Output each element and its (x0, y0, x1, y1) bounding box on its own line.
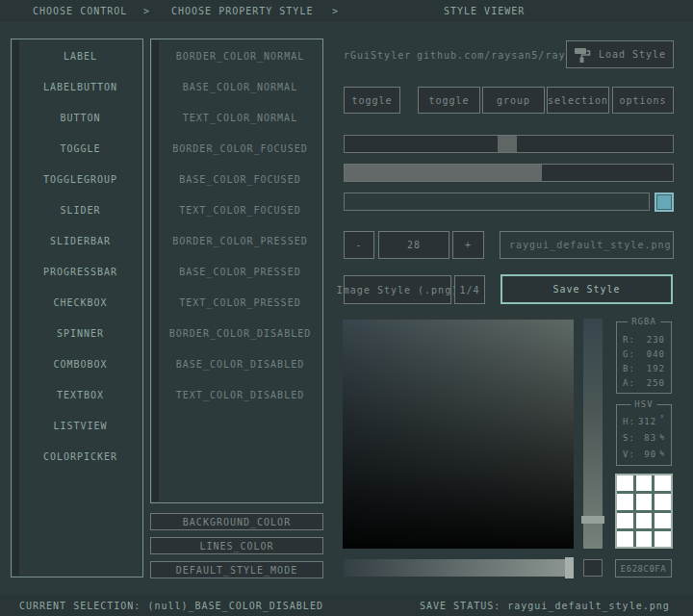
property-item-border-color-normal[interactable]: BORDER_COLOR_NORMAL (159, 40, 321, 71)
hex-value-input[interactable]: E628C0FA (615, 559, 672, 578)
control-item-colorpicker[interactable]: COLORPICKER (19, 441, 141, 472)
default-style-mode-button[interactable]: DEFAULT_STYLE_MODE (150, 561, 323, 578)
palette-cell[interactable] (654, 531, 671, 547)
ratio-label: 1/4 (454, 275, 485, 304)
slider[interactable] (344, 135, 674, 153)
togglegroup-item-group[interactable]: group (482, 87, 545, 114)
control-item-progressbar[interactable]: PROGRESSBAR (19, 256, 141, 287)
property-item-text-color-normal[interactable]: TEXT_COLOR_NORMAL (159, 102, 321, 133)
palette-cell[interactable] (617, 531, 633, 547)
rgba-row-g: G:040 (617, 346, 671, 361)
control-item-label[interactable]: LABEL (19, 40, 141, 71)
property-item-text-color-disabled[interactable]: TEXT_COLOR_DISABLED (159, 379, 321, 410)
app-title: rGuiStyler (344, 50, 411, 61)
hsv-row-h: H:312° (617, 413, 671, 429)
palette-cell[interactable] (654, 475, 671, 491)
top-toolbar: CHOOSE CONTROL > CHOOSE PROPERTY STYLE >… (0, 0, 693, 22)
load-style-button[interactable]: Load Style (566, 40, 674, 68)
filename-input[interactable]: raygui_default_style.png (500, 231, 674, 259)
slider-handle[interactable] (498, 136, 517, 152)
property-item-border-color-focused[interactable]: BORDER_COLOR_FOCUSED (159, 133, 321, 164)
control-item-checkbox[interactable]: CHECKBOX (19, 287, 141, 318)
control-item-combobox[interactable]: COMBOBOX (19, 348, 141, 379)
save-status: SAVE STATUS: raygui_default_style.png (420, 601, 670, 611)
property-item-border-color-pressed[interactable]: BORDER_COLOR_PRESSED (159, 225, 321, 256)
image-style-button[interactable]: Image Style (.png) (344, 275, 451, 304)
chevron-right-icon: > (332, 6, 339, 16)
chevron-right-icon: > (143, 6, 150, 16)
control-item-spinner[interactable]: SPINNER (19, 318, 141, 348)
spinner-value[interactable]: 28 (378, 231, 449, 259)
load-style-label: Load Style (599, 49, 666, 60)
palette-cell[interactable] (636, 475, 653, 491)
controls-listview: LABEL LABELBUTTON BUTTON TOGGLE TOGGLEGR… (11, 38, 143, 578)
alpha-slider-handle[interactable] (565, 557, 574, 578)
hsv-groupbox: HSV H:312° S:83% V:90% (616, 404, 672, 466)
rgba-row-a: A:250 (617, 375, 671, 390)
repo-link[interactable]: github.com/raysan5/raygui (417, 50, 586, 61)
property-item-base-color-pressed[interactable]: BASE_COLOR_PRESSED (159, 256, 321, 287)
palette-cell[interactable] (636, 531, 653, 547)
hue-slider-handle[interactable] (581, 516, 604, 524)
control-item-listview[interactable]: LISTVIEW (19, 410, 141, 441)
property-item-text-color-focused[interactable]: TEXT_COLOR_FOCUSED (159, 194, 321, 225)
color-panel[interactable] (343, 319, 574, 549)
properties-listview: BORDER_COLOR_NORMAL BASE_COLOR_NORMAL TE… (150, 38, 323, 503)
palette-cell[interactable] (636, 494, 653, 509)
section-choose-property-style: CHOOSE PROPERTY STYLE (171, 6, 313, 16)
palette-cell[interactable] (617, 494, 633, 509)
current-selection-status: CURRENT SELECTION: (null)_BASE_COLOR_DIS… (19, 601, 323, 611)
rgba-row-b: B:192 (617, 361, 671, 375)
property-item-base-color-disabled[interactable]: BASE_COLOR_DISABLED (159, 348, 321, 379)
controls-scrollbar[interactable] (13, 40, 19, 576)
sliderbar-fill (345, 165, 542, 181)
control-item-textbox[interactable]: TEXTBOX (19, 379, 141, 410)
rgba-title: RGBA (628, 317, 660, 326)
palette-cell[interactable] (654, 494, 671, 509)
property-item-text-color-pressed[interactable]: TEXT_COLOR_PRESSED (159, 287, 321, 318)
hsv-title: HSV (630, 399, 656, 409)
control-item-toggle[interactable]: TOGGLE (19, 133, 141, 164)
togglegroup-item-toggle[interactable]: toggle (418, 87, 480, 114)
property-item-base-color-focused[interactable]: BASE_COLOR_FOCUSED (159, 164, 321, 194)
property-item-base-color-normal[interactable]: BASE_COLOR_NORMAL (159, 71, 321, 102)
spinner-plus-button[interactable]: + (452, 231, 484, 259)
hsv-row-s: S:83% (617, 429, 671, 446)
hsv-row-v: V:90% (617, 446, 671, 462)
control-item-labelbutton[interactable]: LABELBUTTON (19, 71, 141, 102)
paint-roller-icon (574, 46, 592, 64)
control-item-button[interactable]: BUTTON (19, 102, 141, 133)
control-item-togglegroup[interactable]: TOGGLEGROUP (19, 164, 141, 194)
section-choose-control: CHOOSE CONTROL (33, 6, 127, 16)
spinner-minus-button[interactable]: - (344, 231, 374, 259)
properties-scrollbar[interactable] (152, 40, 159, 501)
alpha-slider[interactable] (344, 559, 574, 577)
section-style-viewer: STYLE VIEWER (444, 6, 525, 16)
status-bar: CURRENT SELECTION: (null)_BASE_COLOR_DIS… (0, 595, 693, 616)
style-palette-grid (615, 474, 673, 549)
control-item-slider[interactable]: SLIDER (19, 194, 141, 225)
sliderbar[interactable] (344, 164, 674, 182)
property-item-border-color-disabled[interactable]: BORDER_COLOR_DISABLED (159, 318, 321, 348)
control-item-sliderbar[interactable]: SLIDERBAR (19, 225, 141, 256)
palette-cell[interactable] (636, 513, 653, 528)
controls-items: LABEL LABELBUTTON BUTTON TOGGLE TOGGLEGR… (19, 40, 141, 472)
togglegroup-item-selection[interactable]: selection (547, 87, 609, 114)
save-style-button[interactable]: Save Style (500, 274, 673, 304)
palette-cell[interactable] (617, 475, 633, 491)
palette-cell[interactable] (654, 513, 671, 528)
alpha-checkbox[interactable] (583, 559, 603, 577)
text-input[interactable] (344, 192, 650, 211)
rguistyler-window: CHOOSE CONTROL > CHOOSE PROPERTY STYLE >… (0, 0, 693, 616)
background-color-button[interactable]: BACKGROUND_COLOR (150, 513, 323, 530)
rgba-groupbox: RGBA R:230 G:040 B:192 A:250 (616, 321, 672, 394)
palette-cell[interactable] (617, 513, 633, 528)
hue-slider[interactable] (583, 319, 603, 549)
togglegroup-item-options[interactable]: options (612, 87, 674, 114)
lines-color-button[interactable]: LINES_COLOR (150, 537, 323, 554)
properties-items: BORDER_COLOR_NORMAL BASE_COLOR_NORMAL TE… (159, 40, 321, 410)
checkbox[interactable] (654, 192, 674, 212)
toggle-button[interactable]: toggle (344, 87, 400, 114)
rgba-row-r: R:230 (617, 332, 671, 346)
